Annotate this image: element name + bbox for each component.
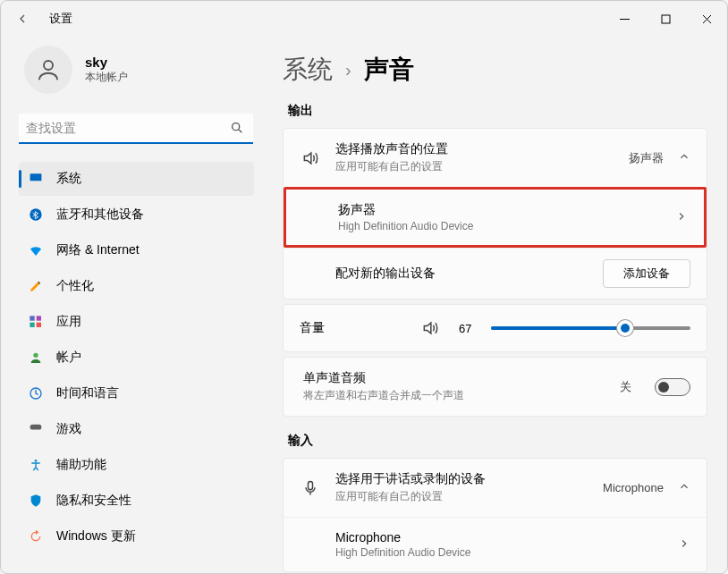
row-sub: 应用可能有自己的设置 xyxy=(335,159,614,174)
breadcrumb-parent[interactable]: 系统 xyxy=(283,53,333,87)
app-title: 设置 xyxy=(49,11,72,27)
nav-windows-update[interactable]: Windows 更新 xyxy=(19,519,254,553)
apps-icon xyxy=(28,314,44,330)
nav-personalization[interactable]: 个性化 xyxy=(19,269,254,303)
gamepad-icon xyxy=(28,421,44,437)
volume-card: 音量 67 xyxy=(283,304,707,352)
breadcrumb-current: 声音 xyxy=(364,53,414,87)
input-select-row[interactable]: 选择用于讲话或录制的设备 应用可能有自己的设置 Microphone xyxy=(284,459,707,517)
search-icon xyxy=(230,121,244,139)
chevron-right-icon: › xyxy=(345,60,351,80)
input-card: 选择用于讲话或录制的设备 应用可能有自己的设置 Microphone Micro… xyxy=(283,458,707,572)
back-button[interactable] xyxy=(12,8,33,30)
sidebar: sky 本地帐户 系统 蓝牙和其他设备 网络 & Internet xyxy=(1,37,274,573)
accessibility-icon xyxy=(28,457,44,473)
nav: 系统 蓝牙和其他设备 网络 & Internet 个性化 应用 帐户 xyxy=(19,162,270,553)
nav-label: 游戏 xyxy=(56,421,81,437)
toggle-state-label: 关 xyxy=(620,379,631,395)
nav-label: 隐私和安全性 xyxy=(56,493,131,509)
speaker-icon xyxy=(300,149,321,167)
minimize-button[interactable] xyxy=(604,1,645,37)
svg-rect-13 xyxy=(309,481,313,489)
clock-globe-icon xyxy=(28,385,44,401)
account-icon xyxy=(28,350,44,366)
shield-icon xyxy=(28,493,44,509)
volume-row: 音量 67 xyxy=(284,305,707,351)
main-content: 系统 › 声音 输出 选择播放声音的位置 应用可能有自己的设置 扬声器 xyxy=(274,37,727,573)
nav-apps[interactable]: 应用 xyxy=(19,305,254,339)
mono-row: 单声道音频 将左声道和右声道合并成一个声道 关 xyxy=(284,358,707,416)
row-title: 选择播放声音的位置 xyxy=(335,141,614,157)
bluetooth-icon xyxy=(28,207,44,223)
microphone-icon xyxy=(300,479,321,497)
svg-point-1 xyxy=(44,61,53,70)
nav-label: Windows 更新 xyxy=(56,528,136,544)
update-icon xyxy=(28,528,44,544)
row-sub: 应用可能有自己的设置 xyxy=(335,489,588,504)
nav-privacy[interactable]: 隐私和安全性 xyxy=(19,484,254,518)
profile-sub: 本地帐户 xyxy=(85,70,128,85)
search-input[interactable] xyxy=(19,114,253,144)
wifi-icon xyxy=(28,242,44,258)
input-heading: 输入 xyxy=(288,433,707,449)
input-device-row[interactable]: Microphone High Definition Audio Device xyxy=(284,517,707,571)
output-select-row[interactable]: 选择播放声音的位置 应用可能有自己的设置 扬声器 xyxy=(284,129,707,187)
nav-time-language[interactable]: 时间和语言 xyxy=(19,376,254,410)
brush-icon xyxy=(28,278,44,294)
mono-title: 单声道音频 xyxy=(303,370,605,386)
nav-label: 网络 & Internet xyxy=(56,242,140,258)
pair-label: 配对新的输出设备 xyxy=(335,266,436,282)
nav-accessibility[interactable]: 辅助功能 xyxy=(19,448,254,482)
nav-gaming[interactable]: 游戏 xyxy=(19,412,254,446)
output-card: 选择播放声音的位置 应用可能有自己的设置 扬声器 扬声器 High Defini… xyxy=(283,128,707,300)
pair-output-row: 配对新的输出设备 添加设备 xyxy=(284,248,707,299)
system-icon xyxy=(28,171,44,187)
maximize-button[interactable] xyxy=(645,1,686,37)
volume-value: 67 xyxy=(459,322,471,335)
window-controls xyxy=(604,1,727,37)
mono-sub: 将左声道和右声道合并成一个声道 xyxy=(303,388,605,403)
svg-rect-11 xyxy=(30,425,42,430)
row-title: 选择用于讲话或录制的设备 xyxy=(335,471,588,487)
device-title: 扬声器 xyxy=(338,202,675,218)
add-device-button[interactable]: 添加设备 xyxy=(603,259,690,288)
volume-label: 音量 xyxy=(300,320,407,336)
output-heading: 输出 xyxy=(288,103,707,119)
volume-slider[interactable] xyxy=(491,319,690,337)
device-sub: High Definition Audio Device xyxy=(335,546,678,559)
avatar xyxy=(24,46,72,94)
nav-accounts[interactable]: 帐户 xyxy=(19,341,254,375)
breadcrumb: 系统 › 声音 xyxy=(283,53,707,87)
svg-rect-0 xyxy=(662,15,670,23)
svg-point-9 xyxy=(33,353,38,358)
device-title: Microphone xyxy=(335,530,678,544)
mono-toggle[interactable] xyxy=(655,378,690,396)
output-device-value: 扬声器 xyxy=(629,150,664,166)
chevron-right-icon xyxy=(678,537,690,553)
nav-bluetooth[interactable]: 蓝牙和其他设备 xyxy=(19,198,254,232)
nav-system[interactable]: 系统 xyxy=(19,162,254,196)
svg-rect-8 xyxy=(37,323,41,327)
chevron-right-icon xyxy=(675,210,688,225)
nav-label: 系统 xyxy=(56,171,81,187)
svg-rect-7 xyxy=(30,323,34,327)
device-sub: High Definition Audio Device xyxy=(338,220,675,232)
svg-point-12 xyxy=(35,460,38,462)
nav-label: 辅助功能 xyxy=(56,457,106,473)
speaker-icon[interactable] xyxy=(419,319,441,337)
nav-label: 个性化 xyxy=(56,278,94,294)
svg-point-2 xyxy=(233,123,240,131)
chevron-up-icon xyxy=(678,480,690,495)
input-device-value: Microphone xyxy=(603,481,664,494)
chevron-up-icon xyxy=(678,150,690,165)
svg-rect-6 xyxy=(37,316,41,320)
mono-card: 单声道音频 将左声道和右声道合并成一个声道 关 xyxy=(283,357,707,417)
nav-label: 蓝牙和其他设备 xyxy=(56,207,144,223)
output-device-row[interactable]: 扬声器 High Definition Audio Device xyxy=(284,187,707,248)
svg-rect-3 xyxy=(30,173,42,181)
nav-network[interactable]: 网络 & Internet xyxy=(19,233,254,267)
profile-name: sky xyxy=(85,55,128,70)
profile[interactable]: sky 本地帐户 xyxy=(19,46,270,94)
close-button[interactable] xyxy=(686,1,727,37)
nav-label: 时间和语言 xyxy=(56,385,119,401)
